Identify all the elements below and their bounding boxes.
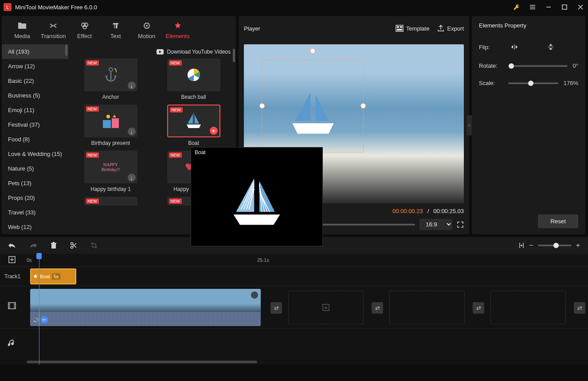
fit-icon[interactable] [518,242,525,249]
download-icon[interactable]: ↓ [128,174,136,182]
flip-vertical-icon[interactable] [545,42,557,52]
minimize-icon[interactable] [545,3,553,11]
element-track[interactable]: Track1 Boat 5s [0,266,588,286]
new-badge: NEW [86,152,99,158]
category-scrollbar[interactable] [65,44,67,56]
crop-icon[interactable] [90,242,98,249]
flip-horizontal-icon[interactable] [508,42,521,52]
speaker-icon[interactable]: 🔊 [33,318,39,323]
tooltip-label: Boat [191,148,322,157]
tab-elements[interactable]: Elements [165,21,190,39]
svg-point-25 [275,219,277,221]
library-scrollbar[interactable] [233,49,235,62]
tooltip-preview-image [191,157,322,246]
element-birthday-present[interactable]: NEW ↓ Birthday present [74,105,148,146]
tab-text[interactable]: TTText [103,21,128,39]
timeline-body[interactable]: 0s 25.1s Track1 Boat 5s 🔊 ✂ ⇄ ⇄ ⇄ [0,254,588,365]
download-youtube-link[interactable]: Download YouTube Videos [74,49,231,58]
resize-handle[interactable] [259,103,265,109]
download-icon[interactable]: ↓ [128,128,136,136]
tab-effect[interactable]: Effect [72,21,97,39]
category-love[interactable]: Love & Wedding (15) [2,147,68,161]
transition-slot[interactable]: ⇄ [372,302,383,314]
clip-placeholder[interactable] [288,291,364,324]
svg-point-9 [109,68,113,71]
category-nature[interactable]: Nature (5) [2,161,68,176]
split-marker-icon[interactable]: ✂ [41,316,48,323]
element-anchor[interactable]: NEW ↓ Anchor [74,58,148,100]
new-badge: NEW [169,198,182,204]
selection-box[interactable] [262,59,364,152]
new-badge: NEW [170,107,183,113]
playhead[interactable] [39,254,39,365]
menu-icon[interactable] [529,3,537,11]
delete-icon[interactable] [51,242,57,249]
audio-track[interactable] [0,328,588,359]
aspect-select[interactable]: 16:9 [419,219,452,230]
category-travel[interactable]: Travel (33) [2,205,68,220]
timeline-ruler[interactable]: 0s 25.1s [0,254,588,266]
category-all[interactable]: All (193) [2,44,68,59]
undo-icon[interactable] [8,242,16,249]
svg-point-13 [106,115,110,118]
close-icon[interactable] [576,3,584,11]
tab-media[interactable]: Media [10,21,35,39]
scale-slider[interactable] [508,82,558,84]
category-props[interactable]: Props (20) [2,190,68,205]
element-row4a[interactable]: NEW [74,197,148,206]
video-track[interactable]: 🔊 ✂ ⇄ ⇄ ⇄ ⇄ [0,286,588,328]
total-time: 00:00:25.03 [433,208,464,214]
category-basic[interactable]: Basic (22) [2,74,68,88]
timeline-hscrollbar[interactable] [0,359,588,365]
main-tabs: Media Transition Effect TTText Motion El… [2,16,236,44]
element-beachball[interactable]: NEW Beach ball [157,58,231,100]
zoom-in-icon[interactable]: + [576,241,580,249]
rotate-handle[interactable] [310,48,315,54]
track1-label: Track1 [4,273,20,280]
app-title: MiniTool MovieMaker Free 6.0.0 [15,4,513,11]
category-emoji[interactable]: Emoji (11) [2,103,68,117]
zoom-slider[interactable] [538,245,572,246]
element-boat[interactable]: NEW + Boat [157,105,231,146]
current-time: 00:00:00.23 [392,208,423,214]
reset-button[interactable]: Reset [538,214,578,228]
rotate-slider[interactable] [508,65,568,67]
audio-waveform [30,312,261,326]
category-pets[interactable]: Pets (13) [2,176,68,190]
titlebar: L MiniTool MovieMaker Free 6.0.0 [0,0,588,14]
export-button[interactable]: Export [437,25,464,32]
element-hb1[interactable]: NEW HAPPYBirthday!! ↓ Happy birthday 1 [74,151,148,192]
ruler-mark: 25.1s [257,257,269,263]
music-track-icon [8,339,15,347]
add-track-icon[interactable] [8,256,16,264]
transition-slot[interactable]: ⇄ [574,302,585,314]
clip-duration: 5s [52,273,61,280]
player-title: Player [244,25,260,32]
redo-icon[interactable] [29,242,37,249]
clip-placeholder[interactable] [490,291,566,324]
tab-transition[interactable]: Transition [41,21,66,39]
element-tooltip: Boat [191,147,323,246]
maximize-icon[interactable] [561,3,568,11]
category-food[interactable]: Food (8) [2,132,68,147]
zoom-out-icon[interactable]: − [529,241,533,249]
tab-motion[interactable]: Motion [134,21,159,39]
download-icon[interactable]: ↓ [128,82,136,89]
fullscreen-icon[interactable] [457,221,464,228]
transition-slot[interactable]: ⇄ [473,302,484,314]
boat-clip[interactable]: Boat 5s [30,268,76,284]
expand-handle[interactable]: › [466,115,472,136]
key-icon[interactable] [513,3,521,11]
add-icon[interactable]: + [210,127,218,135]
category-arrow[interactable]: Arrow (12) [2,59,68,74]
split-icon[interactable] [70,242,77,249]
category-business[interactable]: Business (5) [2,88,68,103]
category-web[interactable]: Web (12) [2,220,68,234]
category-list[interactable]: All (193) Arrow (12) Basic (22) Business… [2,44,68,234]
transition-slot[interactable]: ⇄ [270,302,282,314]
resize-handle[interactable] [361,103,366,109]
clip-placeholder[interactable] [389,291,465,324]
category-festival[interactable]: Festival (37) [2,117,68,132]
video-clip[interactable]: 🔊 [30,289,261,326]
template-button[interactable]: Template [396,25,430,32]
